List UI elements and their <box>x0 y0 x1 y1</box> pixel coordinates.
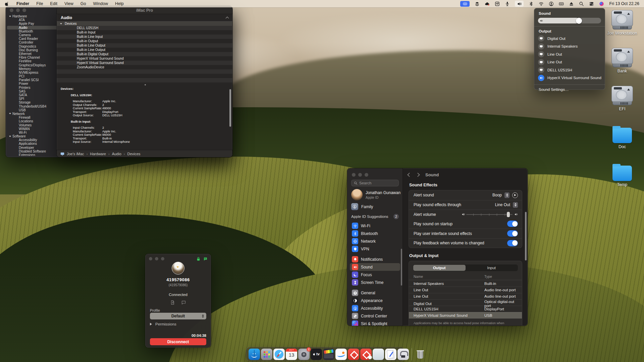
sysinfo-tree-item[interactable]: Extensions <box>7 153 57 156</box>
sysinfo-tree-item[interactable]: Controller <box>7 41 57 44</box>
device-row[interactable] <box>57 78 232 82</box>
wifi-icon[interactable] <box>539 1 544 7</box>
sysinfo-tree-item[interactable]: Applications <box>7 142 57 145</box>
devices-list-header[interactable]: Devices <box>57 21 232 26</box>
table-row[interactable]: HyperX Virtual Surround Sound USB <box>409 312 522 318</box>
dock-item[interactable] <box>261 349 272 360</box>
sysinfo-tree-item[interactable]: Power <box>7 82 57 85</box>
input-source-icon[interactable] <box>460 1 470 7</box>
device-row[interactable] <box>57 69 232 74</box>
sysinfo-tree-item[interactable]: SAS <box>7 89 57 93</box>
dock-item[interactable] <box>373 349 384 360</box>
sidebar-item[interactable]: General <box>350 289 400 297</box>
sidebar-item[interactable]: Network <box>350 237 400 245</box>
sidebar-item[interactable]: Wi-Fi <box>350 222 400 230</box>
breadcrumb-item[interactable]: Audio <box>106 152 121 156</box>
dock-item[interactable] <box>335 349 347 360</box>
dock-item[interactable] <box>249 349 260 360</box>
sysinfo-tree-item[interactable]: USB <box>7 108 57 112</box>
volume-icon[interactable] <box>515 1 524 7</box>
sysinfo-tree-item[interactable]: Memory <box>7 67 57 71</box>
output-device-item[interactable]: Digital Out <box>537 35 602 43</box>
profile-select[interactable]: Default <box>150 313 206 319</box>
sysinfo-tree-item[interactable]: Network <box>7 112 57 116</box>
menu-item[interactable]: View <box>64 1 73 6</box>
sysinfo-tree-item[interactable]: Accessibility <box>7 138 57 142</box>
table-row[interactable]: Line Out Audio line-out port <box>409 287 522 293</box>
breadcrumb-item[interactable]: Devices <box>121 152 141 156</box>
toggle-switch[interactable] <box>507 230 518 237</box>
toggle-switch[interactable] <box>507 240 518 246</box>
output-device-item[interactable]: Internal Speakers <box>537 43 602 51</box>
sysinfo-tree-item[interactable]: Apple Pay <box>7 22 57 25</box>
sysinfo-tree-item[interactable]: Fibre Channel <box>7 56 57 59</box>
menu-bar-clock[interactable]: Fri 13 Oct 22.26 <box>609 1 639 6</box>
sysinfo-tree-item[interactable]: Ethernet <box>7 52 57 56</box>
sysinfo-tree-item[interactable]: FireWire <box>7 59 57 63</box>
breadcrumb-item[interactable]: Hardware <box>84 152 106 156</box>
chat-icon[interactable] <box>203 257 208 261</box>
sysinfo-tree-item[interactable]: SATA <box>7 93 57 97</box>
user-circle-icon[interactable] <box>549 1 554 7</box>
desktop-icon[interactable]: Bank <box>604 47 641 73</box>
device-row[interactable]: ZoomAudioDevice <box>57 65 232 69</box>
dock-item[interactable] <box>415 349 426 360</box>
control-center-icon[interactable] <box>589 1 594 7</box>
sysinfo-tree-item[interactable]: Disc Burning <box>7 48 57 52</box>
layers-icon[interactable] <box>475 1 480 7</box>
chat-icon[interactable] <box>181 300 186 305</box>
search-input[interactable]: Search <box>351 180 399 186</box>
sidebar-item-suggestions[interactable]: Apple ID Suggestions 2 <box>351 214 399 219</box>
sysinfo-tree-item[interactable]: Disabled Software <box>7 149 57 153</box>
sysinfo-tree-item[interactable]: Printers <box>7 86 57 89</box>
sysinfo-tree-item[interactable]: WWAN <box>7 127 57 131</box>
sysinfo-tree-item[interactable]: Bluetooth <box>7 29 57 33</box>
sidebar-item[interactable]: Screen Time <box>350 279 400 286</box>
menu-item[interactable]: Edit <box>50 1 57 6</box>
menu-item[interactable]: Go <box>80 1 86 6</box>
device-row[interactable]: Built-in Digital Output <box>57 52 232 56</box>
sysinfo-tree-item[interactable]: Parallel SCSI <box>7 78 57 82</box>
segment-input[interactable]: Input <box>466 265 518 271</box>
table-row[interactable]: Digital Out Optical digital-out port <box>409 299 522 306</box>
dock-item[interactable] <box>323 349 334 360</box>
sysinfo-tree-item[interactable]: Camera <box>7 33 57 37</box>
menu-item[interactable]: File <box>36 1 43 6</box>
segment-output[interactable]: Output <box>413 265 466 271</box>
traffic-lights[interactable] <box>10 8 26 12</box>
dock-item[interactable] <box>412 348 412 360</box>
forward-button[interactable] <box>416 173 420 177</box>
alert-sound-select[interactable] <box>504 192 509 198</box>
play-through-select[interactable] <box>513 202 518 208</box>
dock-item[interactable] <box>397 349 409 360</box>
scrollbar[interactable] <box>525 212 527 260</box>
sysinfo-tree-item[interactable]: SPI <box>7 97 57 101</box>
desktop-icon[interactable]: Doc <box>604 122 641 149</box>
scrollbar[interactable] <box>401 249 402 286</box>
sysinfo-tree-item[interactable]: Thunderbolt/USB4 <box>7 105 57 108</box>
sidebar-item[interactable]: Accessibility <box>350 304 400 312</box>
device-row[interactable]: HyperX Virtual Surround Sound <box>57 56 232 61</box>
volume-slider-thumb[interactable] <box>576 18 582 24</box>
dock-item[interactable]: tv <box>311 349 322 360</box>
activity-icon[interactable] <box>495 1 500 7</box>
sysinfo-tree-item[interactable]: Storage <box>7 101 57 104</box>
permissions-disclosure[interactable]: Permissions <box>150 322 176 326</box>
sysinfo-tree-item[interactable]: Audio <box>7 26 57 29</box>
sidebar-item[interactable]: Appearance <box>350 297 400 304</box>
sidebar-item[interactable]: Notifications <box>350 255 400 263</box>
dock-item[interactable] <box>348 349 359 360</box>
window-title[interactable]: iMac Pro <box>57 7 232 14</box>
alert-volume-thumb[interactable] <box>507 212 510 217</box>
sysinfo-tree-item[interactable]: ATA <box>7 18 57 22</box>
sysinfo-tree-item[interactable]: Graphics/Displays <box>7 63 57 67</box>
alert-volume-slider[interactable] <box>462 212 518 217</box>
dock-item[interactable]: 2 <box>298 349 310 360</box>
desktop-icon[interactable]: Joe Workstation <box>604 9 641 36</box>
sysinfo-tree-item[interactable]: Hardware <box>7 14 57 18</box>
output-device-item[interactable]: DELL U2515H <box>537 66 602 74</box>
sidebar-item[interactable]: Bluetooth <box>350 230 400 237</box>
sysinfo-tree-item[interactable]: NVMExpress <box>7 71 57 74</box>
sysinfo-tree-item[interactable]: Wi-Fi <box>7 131 57 134</box>
desktop-icon[interactable]: EFI <box>604 84 641 111</box>
